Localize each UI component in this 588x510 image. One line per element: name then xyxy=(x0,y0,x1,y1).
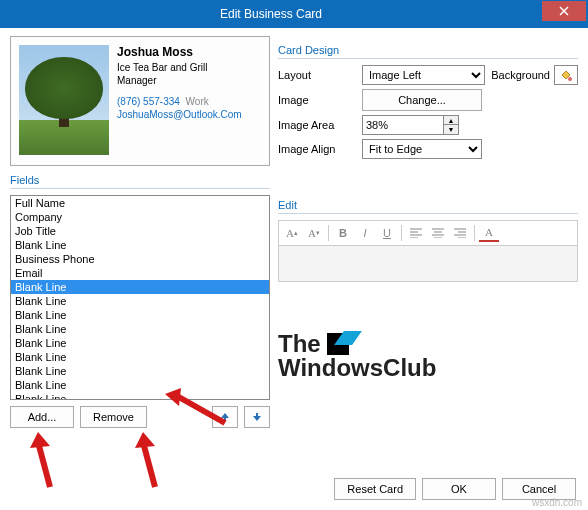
card-name: Joshua Moss xyxy=(117,45,261,61)
fields-list[interactable]: Full NameCompanyJob TitleBlank LineBusin… xyxy=(10,195,270,400)
font-grow-icon[interactable]: A▴ xyxy=(282,224,302,242)
edit-toolbar: A▴ A▾ B I U A xyxy=(278,220,578,246)
remove-button[interactable]: Remove xyxy=(80,406,147,428)
design-group-label: Card Design xyxy=(278,44,578,56)
area-label: Image Area xyxy=(278,119,356,131)
field-row[interactable]: Blank Line xyxy=(11,364,269,378)
card-company: Ice Tea Bar and Grill xyxy=(117,61,261,74)
card-image xyxy=(19,45,109,155)
reset-card-button[interactable]: Reset Card xyxy=(334,478,416,500)
fields-group-label: Fields xyxy=(10,174,270,186)
italic-icon[interactable]: I xyxy=(355,224,375,242)
paint-icon xyxy=(559,68,573,82)
card-phone-kind: Work xyxy=(186,96,209,107)
window-title: Edit Business Card xyxy=(0,7,542,21)
field-row[interactable]: Blank Line xyxy=(11,294,269,308)
area-spin-down[interactable]: ▼ xyxy=(444,125,458,134)
field-row[interactable]: Blank Line xyxy=(11,336,269,350)
titlebar: Edit Business Card xyxy=(0,0,588,28)
layout-label: Layout xyxy=(278,69,356,81)
bold-icon[interactable]: B xyxy=(333,224,353,242)
close-button[interactable] xyxy=(542,1,586,21)
card-email: JoshuaMoss@Outlook.Com xyxy=(117,108,261,121)
align-label: Image Align xyxy=(278,143,356,155)
image-label: Image xyxy=(278,94,356,106)
align-left-icon[interactable] xyxy=(406,224,426,242)
svg-point-0 xyxy=(568,77,572,81)
field-row[interactable]: Business Phone xyxy=(11,252,269,266)
field-row[interactable]: Blank Line xyxy=(11,350,269,364)
image-area-input[interactable] xyxy=(362,115,444,135)
arrow-down-icon xyxy=(252,412,262,422)
annotation-arrow xyxy=(30,432,70,492)
background-label: Background xyxy=(491,69,550,81)
field-row[interactable]: Full Name xyxy=(11,196,269,210)
card-preview: Joshua Moss Ice Tea Bar and Grill Manage… xyxy=(10,36,270,166)
close-icon xyxy=(559,6,569,16)
field-row[interactable]: Blank Line xyxy=(11,322,269,336)
font-shrink-icon[interactable]: A▾ xyxy=(304,224,324,242)
background-swatch[interactable] xyxy=(554,65,578,85)
annotation-arrow xyxy=(135,432,175,492)
change-image-button[interactable]: Change... xyxy=(362,89,482,111)
add-button[interactable]: Add... xyxy=(10,406,74,428)
windowsclub-logo: The WindowsClub xyxy=(278,332,508,380)
edit-group-label: Edit xyxy=(278,199,578,211)
underline-icon[interactable]: U xyxy=(377,224,397,242)
field-row[interactable]: Company xyxy=(11,210,269,224)
font-color-icon[interactable]: A xyxy=(479,224,499,242)
annotation-arrow xyxy=(165,388,235,428)
field-row[interactable]: Blank Line xyxy=(11,308,269,322)
card-phone: (876) 557-334 xyxy=(117,96,180,107)
watermark: wsxdn.com xyxy=(532,497,582,508)
ok-button[interactable]: OK xyxy=(422,478,496,500)
align-right-icon[interactable] xyxy=(450,224,470,242)
layout-select[interactable]: Image Left xyxy=(362,65,485,85)
move-down-button[interactable] xyxy=(244,406,270,428)
field-row[interactable]: Email xyxy=(11,266,269,280)
field-row[interactable]: Blank Line xyxy=(11,280,269,294)
area-spin-up[interactable]: ▲ xyxy=(444,116,458,125)
field-row[interactable]: Blank Line xyxy=(11,238,269,252)
edit-textarea[interactable] xyxy=(278,246,578,282)
field-row[interactable]: Job Title xyxy=(11,224,269,238)
image-align-select[interactable]: Fit to Edge xyxy=(362,139,482,159)
card-title: Manager xyxy=(117,74,261,87)
align-center-icon[interactable] xyxy=(428,224,448,242)
